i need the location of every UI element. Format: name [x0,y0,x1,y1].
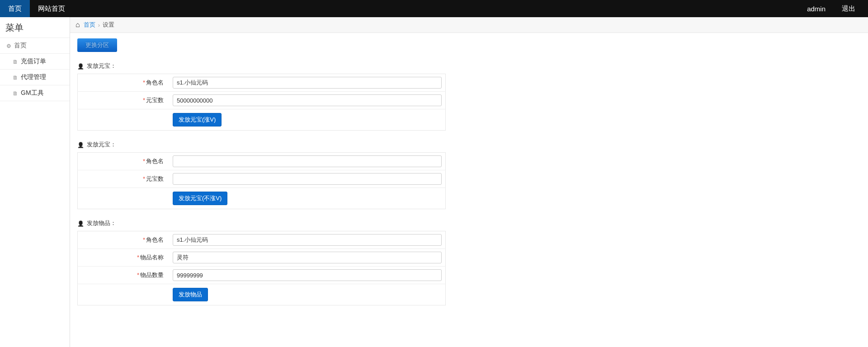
section-title-yuanbao-2: 发放元宝： [77,141,861,149]
home-icon [75,21,81,29]
sidebar-group-label: 首页 [14,42,27,50]
field-label: 元宝数 [146,97,164,103]
file-icon [13,58,18,65]
file-icon [13,74,18,81]
breadcrumb-separator: › [98,22,100,28]
field-label: 元宝数 [146,175,164,182]
sidebar: 菜单 首页 充值订单 代理管理 GM工具 [0,17,70,347]
gear-icon [6,42,11,49]
form-yuanbao-novip: *角色名 *元宝数 发放元宝(不涨V) [77,152,446,209]
sidebar-item-label: GM工具 [21,89,44,97]
sidebar-item-gm-tools[interactable]: GM工具 [0,85,70,101]
nav-logout[interactable]: 退出 [834,0,863,17]
breadcrumb-home-link[interactable]: 首页 [84,21,95,29]
field-label: 物品名称 [140,254,164,261]
nav-tab-site-home[interactable]: 网站首页 [30,0,73,17]
nav-user[interactable]: admin [799,0,834,17]
sidebar-item-label: 充值订单 [21,57,46,66]
yuanbao-amount-input[interactable] [173,94,442,106]
send-item-button[interactable]: 发放物品 [173,288,208,301]
role-name-input-3[interactable] [173,234,442,246]
sidebar-item-label: 代理管理 [21,73,46,81]
sidebar-item-agent[interactable]: 代理管理 [0,70,70,85]
person-icon [77,141,84,148]
section-title-items: 发放物品： [77,219,861,227]
role-name-input[interactable] [173,77,442,89]
form-yuanbao-vip: *角色名 *元宝数 发放元宝(涨V) [77,74,446,131]
yuanbao-amount-input-2[interactable] [173,173,442,185]
item-quantity-input[interactable] [173,269,442,281]
section-title-text: 发放物品： [87,219,116,227]
breadcrumb: 首页 › 设置 [70,17,868,33]
sidebar-item-recharge[interactable]: 充值订单 [0,54,70,70]
file-icon [13,89,18,97]
section-title-text: 发放元宝： [87,62,116,70]
field-label: 角色名 [146,158,164,164]
sidebar-title: 菜单 [0,17,70,38]
nav-tab-home[interactable]: 首页 [0,0,30,17]
top-navbar: 首页 网站首页 admin 退出 [0,0,868,17]
field-label: 物品数量 [140,272,164,278]
field-label: 角色名 [146,236,164,243]
item-name-input[interactable] [173,252,442,263]
form-items: *角色名 *物品名称 *物品数量 发放物品 [77,231,446,305]
sidebar-group-home[interactable]: 首页 [0,38,70,54]
section-title-text: 发放元宝： [87,141,116,149]
send-yuanbao-vip-button[interactable]: 发放元宝(涨V) [173,113,222,127]
field-label: 角色名 [146,79,164,86]
person-icon [77,63,84,70]
role-name-input-2[interactable] [173,155,442,167]
person-icon [77,220,84,227]
main-content: 首页 › 设置 更换分区 发放元宝： *角色名 *元宝数 [70,17,868,347]
send-yuanbao-novip-button[interactable]: 发放元宝(不涨V) [173,192,227,205]
section-title-yuanbao-1: 发放元宝： [77,62,861,70]
change-zone-button[interactable]: 更换分区 [77,38,117,52]
breadcrumb-current: 设置 [103,21,114,29]
